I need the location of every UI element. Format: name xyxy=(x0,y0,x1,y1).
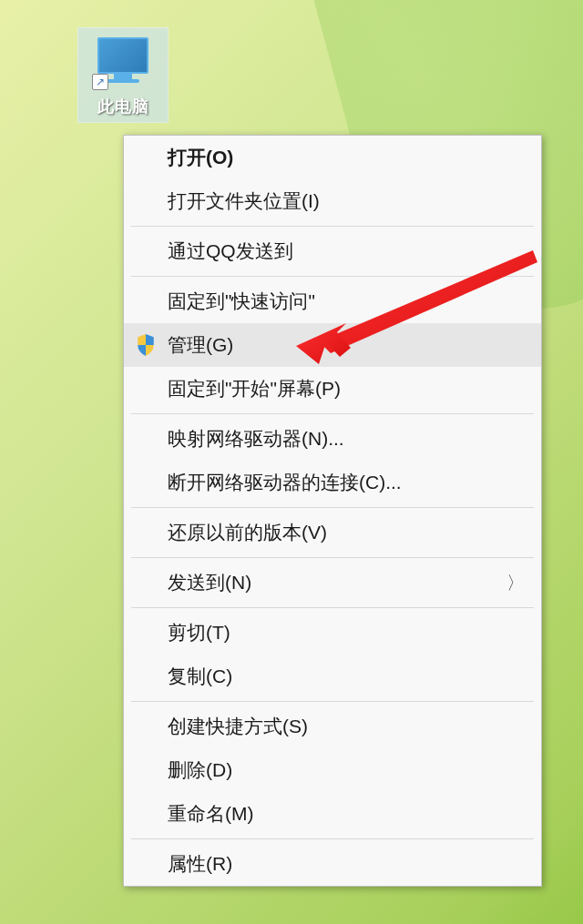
menu-item-restore-previous[interactable]: 还原以前的版本(V) xyxy=(124,511,541,554)
menu-item-label: 剪切(T) xyxy=(168,620,230,645)
menu-item-label: 创建快捷方式(S) xyxy=(168,714,308,739)
menu-item-manage[interactable]: 管理(G) xyxy=(124,323,541,367)
menu-item-label: 固定到"开始"屏幕(P) xyxy=(168,376,341,401)
menu-separator xyxy=(131,507,534,508)
menu-separator xyxy=(131,557,534,558)
menu-item-label: 固定到"快速访问" xyxy=(168,289,315,314)
computer-icon: ↗ xyxy=(90,37,156,88)
menu-separator xyxy=(131,276,534,277)
menu-item-cut[interactable]: 剪切(T) xyxy=(124,611,541,655)
shield-icon xyxy=(135,334,157,356)
context-menu: 打开(O) 打开文件夹位置(I) 通过QQ发送到 固定到"快速访问" 管理(G)… xyxy=(123,135,542,887)
menu-item-label: 发送到(N) xyxy=(168,570,251,595)
menu-item-pin-start[interactable]: 固定到"开始"屏幕(P) xyxy=(124,367,541,411)
menu-item-send-to[interactable]: 发送到(N) 〉 xyxy=(124,561,541,604)
menu-item-label: 通过QQ发送到 xyxy=(168,239,293,264)
menu-item-send-via-qq[interactable]: 通过QQ发送到 xyxy=(124,229,541,273)
menu-separator xyxy=(131,838,534,839)
menu-item-label: 打开(O) xyxy=(168,145,233,170)
menu-item-delete[interactable]: 删除(D) xyxy=(124,748,541,792)
menu-separator xyxy=(131,607,534,608)
menu-item-label: 属性(R) xyxy=(168,851,232,877)
desktop-icon-label: 此电脑 xyxy=(83,96,163,117)
menu-item-label: 管理(G) xyxy=(168,332,233,358)
menu-item-label: 删除(D) xyxy=(168,757,232,783)
menu-item-label: 复制(C) xyxy=(168,664,232,689)
menu-separator xyxy=(131,226,534,227)
menu-item-pin-quick-access[interactable]: 固定到"快速访问" xyxy=(124,279,541,323)
menu-item-label: 还原以前的版本(V) xyxy=(168,520,327,545)
menu-item-label: 断开网络驱动器的连接(C)... xyxy=(168,470,402,495)
menu-item-open[interactable]: 打开(O) xyxy=(124,136,541,179)
menu-item-copy[interactable]: 复制(C) xyxy=(124,655,541,698)
menu-item-disconnect-network-drive[interactable]: 断开网络驱动器的连接(C)... xyxy=(124,461,541,504)
menu-item-open-folder-location[interactable]: 打开文件夹位置(I) xyxy=(124,179,541,223)
menu-separator xyxy=(131,701,534,702)
menu-item-label: 重命名(M) xyxy=(168,801,253,827)
menu-item-rename[interactable]: 重命名(M) xyxy=(124,792,541,836)
menu-separator xyxy=(131,413,534,414)
menu-item-map-network-drive[interactable]: 映射网络驱动器(N)... xyxy=(124,417,541,461)
chevron-right-icon: 〉 xyxy=(506,571,525,595)
menu-item-label: 打开文件夹位置(I) xyxy=(168,188,320,214)
menu-item-label: 映射网络驱动器(N)... xyxy=(168,426,344,452)
shortcut-overlay-icon: ↗ xyxy=(92,74,108,90)
desktop-icon-this-pc[interactable]: ↗ 此电脑 xyxy=(77,27,169,123)
menu-item-properties[interactable]: 属性(R) xyxy=(124,842,541,886)
menu-item-create-shortcut[interactable]: 创建快捷方式(S) xyxy=(124,705,541,748)
